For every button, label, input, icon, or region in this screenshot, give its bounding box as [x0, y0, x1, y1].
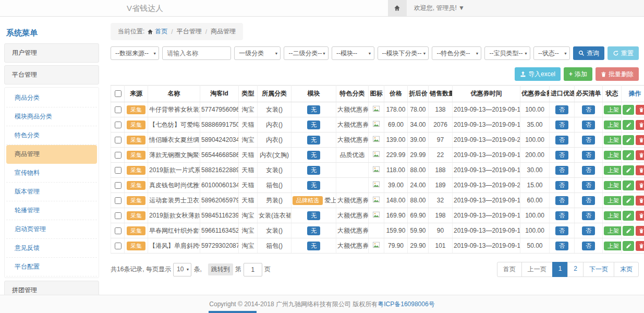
edit-button[interactable] — [623, 180, 634, 190]
page-button-下一页[interactable]: 下一页 — [583, 262, 614, 277]
must-buy-toggle[interactable]: 否 — [582, 166, 595, 175]
sidebar-item-平台配置[interactable]: 平台配置 — [6, 258, 97, 276]
per-page-select[interactable]: 10 ▼ — [173, 263, 191, 276]
filter-select[interactable]: --模块--▼ — [332, 46, 374, 60]
select-all-checkbox[interactable] — [115, 90, 121, 97]
name-filter-input[interactable] — [162, 46, 231, 60]
import-select-toggle[interactable]: 否 — [555, 166, 568, 175]
edit-button[interactable] — [623, 241, 634, 251]
delete-button[interactable] — [636, 226, 644, 236]
status-toggle[interactable]: 上架 — [604, 211, 622, 220]
page-button-首页[interactable]: 首页 — [497, 262, 522, 277]
status-toggle[interactable]: 上架 — [604, 166, 622, 175]
sidebar-item-宣传物料[interactable]: 宣传物料 — [6, 164, 97, 183]
status-toggle[interactable]: 上架 — [604, 105, 622, 114]
must-buy-toggle[interactable]: 否 — [582, 121, 595, 129]
delete-button[interactable] — [636, 150, 644, 160]
row-checkbox[interactable] — [115, 152, 121, 159]
sidebar-item-模块商品分类[interactable]: 模块商品分类 — [6, 107, 97, 126]
edit-button[interactable] — [623, 150, 634, 160]
search-button[interactable]: 查询 — [573, 46, 604, 60]
import-select-toggle[interactable]: 否 — [555, 151, 568, 160]
delete-button[interactable] — [636, 241, 644, 251]
edit-button[interactable] — [623, 135, 634, 145]
import-select-toggle[interactable]: 否 — [555, 196, 568, 205]
sidebar-item-用户管理[interactable]: 用户管理 — [4, 43, 99, 63]
filter-select[interactable]: --特色分类--▼ — [432, 46, 481, 60]
filter-select[interactable]: --二级分类--▼ — [284, 46, 328, 60]
must-buy-toggle[interactable]: 否 — [582, 136, 595, 145]
delete-button[interactable] — [636, 165, 644, 175]
add-button[interactable]: + 添加 — [564, 67, 592, 81]
page-button-上一页[interactable]: 上一页 — [521, 262, 553, 277]
must-buy-toggle[interactable]: 否 — [582, 211, 595, 220]
row-checkbox[interactable] — [115, 122, 121, 128]
user-menu[interactable]: 欢迎您, 管理员! ▼ — [407, 0, 472, 16]
import-select-toggle[interactable]: 否 — [555, 121, 568, 129]
home-button[interactable] — [388, 0, 407, 16]
status-toggle[interactable]: 上架 — [604, 242, 622, 250]
page-button-2[interactable]: 2 — [567, 262, 584, 277]
import-select-toggle[interactable]: 否 — [555, 211, 568, 220]
filter-select[interactable]: --数据来源--▼ — [111, 46, 159, 60]
reset-button[interactable]: 重置 — [607, 46, 639, 60]
sidebar-item-特色分类[interactable]: 特色分类 — [6, 126, 97, 145]
row-checkbox[interactable] — [115, 182, 121, 189]
status-toggle[interactable]: 上架 — [604, 151, 622, 160]
import-select-toggle[interactable]: 否 — [555, 226, 568, 235]
import-select-toggle[interactable]: 否 — [555, 105, 568, 114]
jump-button[interactable]: 跳转到 — [208, 263, 233, 275]
edit-button[interactable] — [623, 105, 634, 115]
edit-button[interactable] — [623, 226, 634, 236]
icp-link[interactable]: 粤ICP备16098006号 — [378, 300, 434, 308]
filter-select[interactable]: --状态--▼ — [533, 46, 570, 60]
must-buy-toggle[interactable]: 否 — [582, 226, 595, 235]
sidebar-item-意见反馈[interactable]: 意见反馈 — [6, 239, 97, 258]
delete-button[interactable] — [636, 180, 644, 190]
row-checkbox[interactable] — [115, 227, 121, 234]
status-toggle[interactable]: 上架 — [604, 121, 622, 129]
sidebar-item-版本管理[interactable]: 版本管理 — [6, 183, 97, 201]
status-toggle[interactable]: 上架 — [604, 196, 622, 205]
must-buy-toggle[interactable]: 否 — [582, 105, 595, 114]
must-buy-toggle[interactable]: 否 — [582, 151, 595, 160]
sidebar-item-商品管理[interactable]: 商品管理 — [6, 145, 97, 164]
delete-button[interactable] — [636, 135, 644, 145]
must-buy-toggle[interactable]: 否 — [582, 196, 595, 205]
import-select-toggle[interactable]: 否 — [555, 242, 568, 250]
sidebar-item-启动页管理[interactable]: 启动页管理 — [6, 220, 97, 239]
filter-select[interactable]: --模块下分类--▼ — [378, 46, 429, 60]
row-checkbox[interactable] — [115, 212, 121, 219]
page-button-1[interactable]: 1 — [552, 262, 568, 277]
row-checkbox[interactable] — [115, 106, 121, 113]
row-checkbox[interactable] — [115, 167, 121, 174]
filter-select[interactable]: --宝贝类型--▼ — [484, 46, 530, 60]
batch-delete-button[interactable]: 批量删除 — [596, 67, 639, 81]
delete-button[interactable] — [636, 105, 644, 115]
edit-button[interactable] — [623, 211, 634, 221]
must-buy-toggle[interactable]: 否 — [582, 181, 595, 190]
breadcrumb-home-link[interactable]: 首页 — [147, 27, 167, 36]
import-excel-button[interactable]: 导入excel — [515, 67, 561, 81]
sidebar-item-平台管理[interactable]: 平台管理 — [4, 65, 99, 85]
sidebar-item-轮播管理[interactable]: 轮播管理 — [6, 201, 97, 220]
delete-button[interactable] — [636, 196, 644, 206]
edit-button[interactable] — [623, 196, 634, 206]
page-number-input[interactable] — [244, 263, 262, 276]
edit-button[interactable] — [623, 120, 634, 130]
status-toggle[interactable]: 上架 — [604, 226, 622, 235]
must-buy-toggle[interactable]: 否 — [582, 242, 595, 250]
status-toggle[interactable]: 上架 — [604, 136, 622, 145]
row-checkbox[interactable] — [115, 137, 121, 143]
row-checkbox[interactable] — [115, 243, 121, 249]
filter-select[interactable]: 一级分类▼ — [234, 46, 281, 60]
edit-button[interactable] — [623, 165, 634, 175]
status-toggle[interactable]: 上架 — [604, 181, 622, 190]
delete-button[interactable] — [636, 211, 644, 221]
row-checkbox[interactable] — [115, 197, 121, 204]
import-select-toggle[interactable]: 否 — [555, 181, 568, 190]
import-select-toggle[interactable]: 否 — [555, 136, 568, 145]
page-button-末页[interactable]: 末页 — [614, 262, 639, 277]
sidebar-item-商品分类[interactable]: 商品分类 — [6, 89, 97, 107]
delete-button[interactable] — [636, 120, 644, 130]
